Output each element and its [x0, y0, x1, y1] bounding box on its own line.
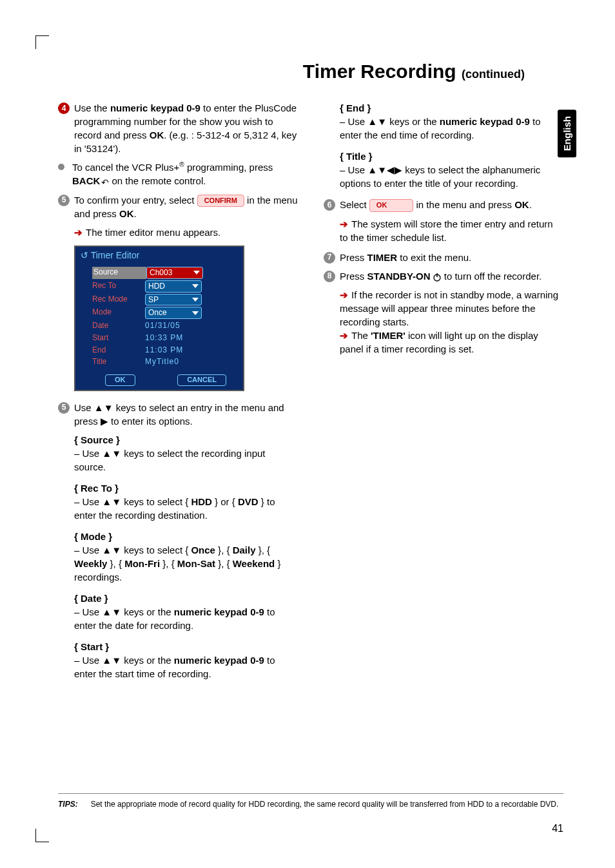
step6-result: ➔The system will store the timer entry a…: [340, 217, 563, 244]
title-continued: (continued): [462, 68, 525, 81]
option-mode: { Mode } – Use ▲▼ keys to select { Once …: [74, 530, 298, 584]
option-source: { Source } – Use ▲▼ keys to select the r…: [74, 433, 298, 474]
left-column: 4 Use the numeric keypad 0-9 to enter th…: [58, 101, 298, 688]
timer-editor-panel: Timer Editor SourceCh003 Rec ToHDD Rec M…: [74, 246, 244, 391]
option-title: { Title } – Use ▲▼◀▶ keys to select the …: [340, 149, 563, 190]
language-tab: English: [558, 110, 576, 157]
option-date: { Date } – Use ▲▼ keys or the numeric ke…: [74, 592, 298, 632]
step5a-result: ➔The timer editor menu appears.: [74, 226, 298, 239]
bullet-icon: [58, 164, 64, 170]
cancel-text: To cancel the VCR Plus+® programming, pr…: [72, 160, 298, 188]
step8-result1: ➔If the recorder is not in standby mode,…: [340, 288, 563, 329]
panel-value: MyTitle0: [145, 356, 210, 367]
dropdown-icon: [193, 271, 200, 275]
result-arrow-icon: ➔: [74, 227, 83, 238]
step-number-7: 7: [324, 252, 335, 264]
back-arc-icon: ↶: [101, 177, 109, 189]
step8-text: Press STANDBY-ON to turn off the recorde…: [340, 269, 563, 283]
panel-label: Rec Mode: [92, 294, 145, 306]
step-number-5b: 5: [58, 402, 70, 414]
step8-result2: ➔The 'TIMER' icon will light up on the d…: [340, 329, 563, 356]
panel-cancel-button: CANCEL: [177, 374, 226, 385]
panel-ok-button: OK: [105, 374, 135, 385]
dropdown-icon: [192, 284, 199, 288]
step5a-text: To confirm your entry, select CONFIRM in…: [74, 193, 298, 221]
power-icon: [433, 273, 442, 282]
confirm-pill: CONFIRM: [197, 195, 244, 207]
page-number: 41: [552, 822, 563, 836]
result-arrow-icon: ➔: [340, 289, 348, 300]
panel-label: Source: [92, 267, 146, 279]
option-end: { End } – Use ▲▼ keys or the numeric key…: [340, 101, 563, 142]
crop-mark: [35, 829, 49, 842]
step-number-5a: 5: [58, 195, 70, 206]
step-number-6: 6: [324, 199, 335, 211]
right-column: { End } – Use ▲▼ keys or the numeric key…: [324, 101, 563, 688]
panel-value: 10:33 PM: [145, 333, 210, 343]
tips-footer: TIPS: Set the appropriate mode of record…: [58, 793, 563, 810]
panel-value-pill: Ch003: [146, 267, 203, 279]
step7-text: Press TIMER to exit the menu.: [340, 251, 563, 264]
step-number-4: 4: [58, 102, 70, 114]
panel-label: Mode: [92, 307, 145, 319]
option-start: { Start } – Use ▲▼ keys or the numeric k…: [74, 640, 298, 680]
result-arrow-icon: ➔: [340, 330, 348, 341]
panel-value-pill: HDD: [145, 280, 202, 293]
dropdown-icon: [192, 311, 199, 315]
title-main: Timer Recording: [303, 61, 462, 82]
panel-title: Timer Editor: [75, 247, 243, 265]
panel-value-pill: Once: [145, 307, 202, 319]
panel-label: Title: [92, 356, 145, 367]
panel-value: 11:03 PM: [145, 345, 210, 356]
ok-pill: OK: [369, 199, 414, 211]
dropdown-icon: [192, 298, 199, 302]
panel-value-pill: SP: [145, 294, 202, 306]
step4-text: Use the numeric keypad 0-9 to enter the …: [74, 101, 298, 155]
panel-label: End: [92, 345, 145, 356]
step6-text: Select OK in the menu and press OK.: [340, 198, 563, 212]
step5b-text: Use ▲▼ keys to select an entry in the me…: [74, 401, 298, 428]
tips-label: TIPS:: [58, 799, 78, 810]
panel-value: 01/31/05: [145, 320, 210, 331]
panel-label: Start: [92, 333, 145, 343]
page-title: Timer Recording (continued): [58, 58, 563, 85]
panel-label: Date: [92, 320, 145, 331]
result-arrow-icon: ➔: [340, 218, 348, 229]
panel-label: Rec To: [92, 280, 145, 293]
step-number-8: 8: [324, 271, 335, 282]
option-recto: { Rec To } – Use ▲▼ keys to select { HDD…: [74, 481, 298, 522]
crop-mark: [35, 35, 49, 49]
tips-text: Set the appropriate mode of record quali…: [91, 799, 559, 810]
